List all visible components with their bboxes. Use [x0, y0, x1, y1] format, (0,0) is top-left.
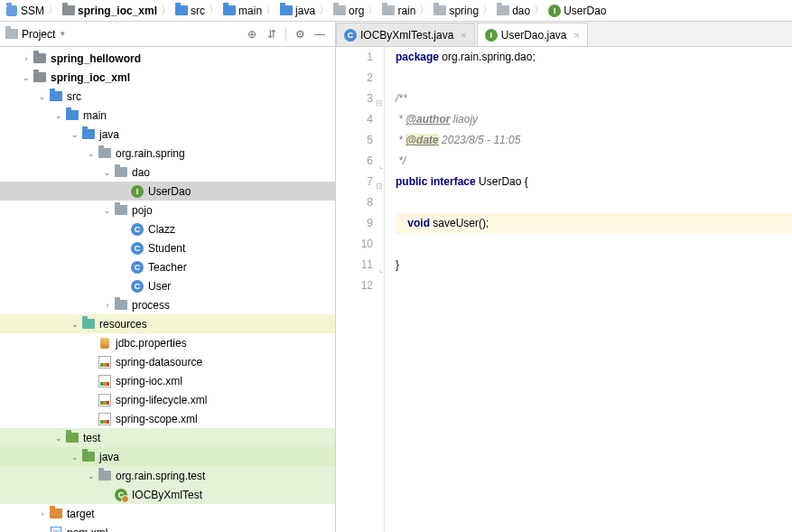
tree-node[interactable]: CIOCByXmlTest [0, 485, 335, 504]
code-editor[interactable]: 123⊟456⌞7⊟891011⌞12 package org.rain.spr… [336, 47, 792, 532]
tree-node[interactable]: ⌄org.rain.spring [0, 144, 335, 163]
tree-node[interactable]: spring-lifecycle.xml [0, 390, 335, 409]
editor-tabs[interactable]: CIOCByXmlTest.java×IUserDao.java× [336, 22, 792, 47]
code-body[interactable]: package org.rain.spring.dao;/** * @autho… [385, 47, 792, 532]
breadcrumb-item[interactable]: spring [432, 5, 480, 17]
tree-arrow[interactable]: › [20, 54, 33, 63]
breadcrumb-item[interactable]: main [221, 5, 264, 17]
tree-node[interactable]: CStudent [0, 238, 335, 257]
close-icon[interactable]: × [461, 30, 466, 41]
breadcrumb[interactable]: SSM〉spring_ioc_xml〉src〉main〉java〉org〉rai… [0, 0, 792, 22]
tree-node[interactable]: spring-ioc.xml [0, 371, 335, 390]
tree-arrow[interactable]: ⌄ [69, 320, 81, 329]
code-line[interactable]: * @date 2023/8/5 - 11:05 [396, 130, 792, 151]
tree-node[interactable]: ⌄src [0, 87, 335, 106]
tree-arrow[interactable]: ⌄ [69, 130, 81, 139]
code-line[interactable] [396, 192, 792, 213]
tree-node[interactable]: spring-datasource [0, 352, 335, 371]
tree-arrow[interactable]: › [36, 509, 49, 518]
tree-node[interactable]: IUserDao [0, 182, 335, 201]
tree-arrow[interactable]: ⌄ [52, 434, 65, 443]
code-line[interactable]: void saveUser(); [396, 213, 792, 234]
interface-icon: I [485, 29, 498, 42]
code-line[interactable]: public interface UserDao { [396, 172, 792, 192]
tree-arrow[interactable]: ⌄ [20, 73, 33, 82]
tree-arrow[interactable]: ⌄ [101, 168, 114, 177]
tree-node[interactable]: ⌄java [0, 447, 335, 466]
breadcrumb-item[interactable]: spring_ioc_xml [61, 5, 159, 17]
tab-label: IOCByXmlTest.java [360, 29, 453, 42]
breadcrumb-item[interactable]: SSM [4, 5, 46, 17]
tree-arrow[interactable]: ⌄ [52, 111, 65, 120]
tree-node[interactable]: ⌄java [0, 125, 335, 144]
code-line[interactable]: package org.rain.spring.dao; [396, 47, 792, 68]
line-number: 11 [336, 255, 373, 275]
breadcrumb-item[interactable]: IUserDao [546, 5, 608, 17]
tree-node[interactable]: ⌄pojo [0, 201, 335, 219]
breadcrumb-item[interactable]: src [173, 5, 207, 17]
breadcrumb-item[interactable]: dao [495, 5, 532, 17]
breadcrumb-item[interactable]: rain [380, 5, 417, 17]
tree-node[interactable]: ›target [0, 504, 335, 523]
tree-arrow[interactable]: ⌄ [101, 206, 114, 215]
tree-label: Teacher [148, 261, 187, 274]
code-line[interactable] [396, 234, 792, 255]
gear-icon[interactable]: ⚙ [290, 24, 310, 44]
code-line[interactable]: /** [396, 89, 792, 109]
tree-node[interactable]: ⌄dao [0, 163, 335, 182]
project-dropdown[interactable]: Project ▼ [5, 28, 66, 41]
tree-arrow[interactable]: › [101, 301, 114, 310]
tree-node[interactable]: pom.xml [0, 523, 335, 532]
tree-node[interactable]: ›process [0, 295, 335, 314]
code-line[interactable] [396, 275, 792, 296]
tree-node[interactable]: ›spring_helloword [0, 49, 335, 68]
tree-label: java [99, 451, 119, 463]
tree-arrow[interactable]: ⌄ [85, 149, 98, 158]
fold-marker[interactable]: ⊟ [374, 176, 383, 197]
tree-arrow[interactable]: ⌄ [36, 92, 49, 101]
fold-marker[interactable]: ⌞ [374, 259, 383, 280]
close-icon[interactable]: × [574, 30, 580, 41]
breadcrumb-label: spring_ioc_xml [78, 5, 157, 17]
tree-node[interactable]: ⌄resources [0, 314, 335, 333]
tree-node[interactable]: CUser [0, 276, 335, 295]
tree-node[interactable]: spring-scope.xml [0, 409, 335, 428]
line-number: 3 [336, 89, 373, 109]
code-line[interactable]: } [396, 255, 792, 275]
tree-node[interactable]: CTeacher [0, 257, 335, 276]
folder-icon [497, 5, 509, 17]
test-class-icon: C [114, 488, 128, 502]
fold-marker[interactable]: ⌞ [374, 155, 383, 176]
folder-icon [65, 431, 79, 445]
tree-node[interactable]: ⌄main [0, 106, 335, 125]
tree-node[interactable]: ⌄spring_ioc_xml [0, 68, 335, 87]
locate-button[interactable]: ⊕ [242, 24, 262, 44]
project-sidebar: Project ▼ ⊕ ⇵ ⚙ — ›spring_helloword⌄spri… [0, 22, 336, 532]
code-line[interactable]: * @author liaojy [396, 109, 792, 130]
editor-tab[interactable]: IUserDao.java× [477, 23, 588, 46]
code-line[interactable] [396, 68, 792, 89]
hide-button[interactable]: — [310, 24, 330, 44]
folder-icon [49, 507, 63, 521]
tree-arrow[interactable]: ⌄ [69, 453, 81, 462]
project-icon [5, 5, 18, 17]
tree-label: spring-ioc.xml [116, 375, 182, 387]
breadcrumb-label: java [295, 5, 315, 17]
breadcrumb-item[interactable]: java [278, 5, 317, 17]
tree-node[interactable]: jdbc.properties [0, 333, 335, 352]
code-line[interactable]: */ [396, 151, 792, 172]
breadcrumb-label: SSM [21, 5, 44, 17]
tree-node[interactable]: ⌄test [0, 428, 335, 447]
collapse-button[interactable]: ⇵ [262, 24, 282, 44]
tree-label: pojo [132, 204, 153, 217]
fold-marker[interactable]: ⊟ [374, 93, 383, 114]
tree-node[interactable]: ⌄org.rain.spring.test [0, 466, 335, 485]
folder-icon [33, 51, 47, 66]
tree-label: IOCByXmlTest [132, 489, 202, 501]
tree-arrow[interactable]: ⌄ [85, 471, 98, 481]
editor-tab[interactable]: CIOCByXmlTest.java× [336, 23, 475, 46]
tree-node[interactable]: CClazz [0, 219, 335, 238]
line-number: 4 [336, 109, 373, 130]
breadcrumb-item[interactable]: org [331, 5, 366, 17]
project-tree[interactable]: ›spring_helloword⌄spring_ioc_xml⌄src⌄mai… [0, 47, 335, 532]
